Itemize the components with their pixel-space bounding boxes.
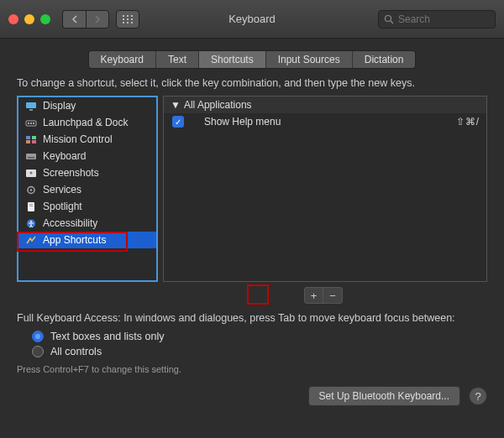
window-controls xyxy=(8,14,50,24)
svg-line-10 xyxy=(391,21,393,23)
category-label: Launchpad & Dock xyxy=(43,117,128,128)
svg-rect-17 xyxy=(26,136,30,139)
radio-selected-icon xyxy=(32,331,44,342)
category-label: App Shortcuts xyxy=(43,234,106,246)
annotation-highlight xyxy=(247,284,269,305)
svg-rect-22 xyxy=(28,157,34,159)
tab-dictation[interactable]: Dictation xyxy=(353,51,416,68)
search-field-wrap[interactable] xyxy=(378,10,496,29)
screenshots-icon xyxy=(25,168,37,178)
svg-rect-15 xyxy=(30,123,32,124)
category-label: Services xyxy=(43,184,81,196)
svg-rect-4 xyxy=(127,18,129,20)
shortcut-group-header[interactable]: ▼ All Applications xyxy=(164,96,486,113)
category-label: Mission Control xyxy=(43,133,113,145)
titlebar: Keyboard xyxy=(0,0,504,39)
display-icon xyxy=(25,101,37,111)
tab-bar: Keyboard Text Shortcuts Input Sources Di… xyxy=(0,50,504,69)
app-shortcuts-icon xyxy=(25,235,37,245)
category-screenshots[interactable]: Screenshots xyxy=(18,164,156,181)
tab-keyboard[interactable]: Keyboard xyxy=(89,51,156,68)
category-label: Keyboard xyxy=(43,150,86,162)
disclosure-triangle-icon[interactable]: ▼ xyxy=(171,99,181,111)
shortcut-keys[interactable]: ⇧⌘/ xyxy=(456,116,480,128)
svg-rect-28 xyxy=(29,204,33,205)
category-display[interactable]: Display xyxy=(18,97,156,114)
tab-input-sources[interactable]: Input Sources xyxy=(266,51,353,68)
svg-rect-12 xyxy=(29,109,33,111)
show-all-button[interactable] xyxy=(116,10,139,29)
add-remove-controls: + − xyxy=(17,287,487,304)
search-input[interactable] xyxy=(398,13,490,25)
category-launchpad-dock[interactable]: Launchpad & Dock xyxy=(18,114,156,131)
category-label: Screenshots xyxy=(43,167,99,179)
search-icon xyxy=(384,14,394,24)
svg-rect-29 xyxy=(29,206,33,206)
group-label: All Applications xyxy=(184,99,252,111)
svg-rect-27 xyxy=(28,202,34,211)
category-app-shortcuts[interactable]: App Shortcuts xyxy=(18,232,156,248)
category-accessibility[interactable]: Accessibility xyxy=(18,215,156,232)
category-services[interactable]: Services xyxy=(18,181,156,198)
close-window-button[interactable] xyxy=(8,14,18,24)
add-button[interactable]: + xyxy=(305,288,323,303)
shortcut-list[interactable]: ▼ All Applications ✓ Show Help menu ⇧⌘/ xyxy=(163,96,487,282)
svg-rect-2 xyxy=(131,15,133,17)
svg-rect-0 xyxy=(123,15,124,17)
keyboard-access-hint: Press Control+F7 to change this setting. xyxy=(17,364,487,374)
svg-rect-20 xyxy=(32,140,36,143)
radio-all-controls[interactable]: All controls xyxy=(32,344,487,359)
full-keyboard-access-label: Full Keyboard Access: In windows and dia… xyxy=(17,312,487,324)
svg-rect-3 xyxy=(123,18,124,20)
forward-button[interactable] xyxy=(86,10,109,29)
svg-point-24 xyxy=(30,171,33,174)
back-button[interactable] xyxy=(62,10,86,29)
category-keyboard[interactable]: Keyboard xyxy=(18,148,156,164)
category-label: Display xyxy=(43,100,76,112)
radio-unselected-icon xyxy=(32,346,44,357)
shortcut-label: Show Help menu xyxy=(192,116,281,128)
keyboard-icon xyxy=(25,151,37,161)
launchpad-icon xyxy=(25,117,37,128)
tab-text[interactable]: Text xyxy=(156,51,199,68)
accessibility-icon xyxy=(25,218,37,228)
svg-rect-5 xyxy=(131,18,133,20)
svg-rect-21 xyxy=(26,154,36,159)
shortcut-row[interactable]: ✓ Show Help menu ⇧⌘/ xyxy=(164,113,486,130)
tab-shortcuts[interactable]: Shortcuts xyxy=(199,51,266,68)
svg-rect-6 xyxy=(123,22,124,23)
spotlight-icon xyxy=(25,201,37,211)
category-mission-control[interactable]: Mission Control xyxy=(18,131,156,148)
nav-segment xyxy=(62,10,109,29)
services-icon xyxy=(25,185,37,195)
svg-rect-1 xyxy=(127,15,129,17)
svg-rect-16 xyxy=(33,123,34,124)
svg-rect-8 xyxy=(131,22,133,23)
category-list[interactable]: Display Launchpad & Dock Mission Control… xyxy=(17,96,158,282)
svg-point-26 xyxy=(30,189,32,190)
category-label: Spotlight xyxy=(43,201,82,212)
radio-label: Text boxes and lists only xyxy=(50,331,165,342)
svg-rect-11 xyxy=(26,102,36,108)
svg-rect-19 xyxy=(26,140,30,143)
mission-control-icon xyxy=(25,134,37,144)
radio-text-boxes-lists[interactable]: Text boxes and lists only xyxy=(32,329,487,344)
svg-rect-7 xyxy=(127,22,129,23)
minimize-window-button[interactable] xyxy=(24,14,34,24)
svg-rect-18 xyxy=(32,136,36,139)
svg-rect-14 xyxy=(28,123,29,124)
zoom-window-button[interactable] xyxy=(40,14,50,24)
svg-point-9 xyxy=(386,15,391,21)
radio-label: All controls xyxy=(50,346,102,357)
category-spotlight[interactable]: Spotlight xyxy=(18,198,156,215)
help-button[interactable]: ? xyxy=(469,387,487,405)
svg-point-31 xyxy=(30,221,32,222)
instruction-text: To change a shortcut, select it, click t… xyxy=(17,77,487,89)
setup-bluetooth-keyboard-button[interactable]: Set Up Bluetooth Keyboard... xyxy=(308,386,460,406)
checkbox-checked-icon[interactable]: ✓ xyxy=(172,116,184,128)
remove-button[interactable]: − xyxy=(323,288,342,303)
category-label: Accessibility xyxy=(43,217,97,229)
